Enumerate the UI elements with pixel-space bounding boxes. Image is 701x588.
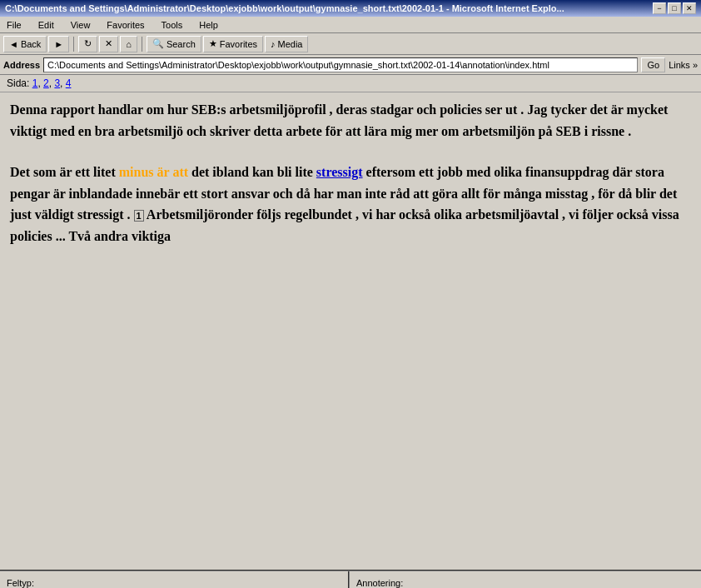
annotation-form-panel: Feltyp: INSERTION DELETION SUBSTITUTION … [0,571,350,588]
paragraph-2: Det som är ett litet minus är att det ib… [10,162,679,247]
paragraph-2-before: Det som är ett litet [10,165,119,179]
media-label: Media [278,39,303,49]
bottom-panel: Feltyp: INSERTION DELETION SUBSTITUTION … [0,570,701,588]
menu-edit[interactable]: Edit [35,19,57,31]
annotation-xml-panel: Annotering: <Root> <s ref="2982"> <annot… [350,571,701,588]
page-label: Sida: [7,77,29,89]
highlight-minus-att: minus är att [119,165,188,179]
toolbar-separator-1 [73,37,74,52]
menu-tools[interactable]: Tools [158,19,186,31]
close-button[interactable]: ✕ [683,2,696,14]
go-button[interactable]: Go [641,57,665,72]
maximize-button[interactable]: □ [668,2,681,14]
refresh-button[interactable]: ↻ [78,36,97,52]
menu-favorites[interactable]: Favorites [103,19,147,31]
window-title: C:\Documents and Settings\Administrator\… [5,3,564,13]
media-icon: ♪ [271,39,276,49]
page-links[interactable]: 1, 2, 3, 4 [32,77,72,89]
content-area: Denna rapport handlar om hur SEB:s arbet… [0,92,701,570]
back-arrow-icon: ◄ [9,39,18,49]
menu-file[interactable]: File [3,19,25,31]
forward-arrow-icon: ► [54,39,63,49]
home-button[interactable]: ⌂ [120,36,137,52]
search-button[interactable]: 🔍 Search [147,36,201,52]
media-button[interactable]: ♪ Media [265,36,308,52]
favorites-button[interactable]: ★ Favorites [203,36,263,52]
menu-help[interactable]: Help [196,19,221,31]
paragraph-1-text: Denna rapport handlar om hur SEB:s arbet… [10,102,668,138]
search-icon: 🔍 [152,38,164,49]
main-area: Sida: 1, 2, 3, 4 Denna rapport handlar o… [0,75,701,570]
refresh-icon: ↻ [84,38,92,49]
highlight-stressigt: stressigt [316,165,363,179]
menu-bar: File Edit View Favorites Tools Help [0,17,701,33]
footnote-ref[interactable]: 1 [134,210,144,222]
search-label: Search [167,39,196,49]
toolbar-separator-2 [142,37,142,52]
address-input[interactable] [43,57,638,72]
title-bar: C:\Documents and Settings\Administrator\… [0,0,701,17]
forward-button[interactable]: ► [48,36,69,52]
favorites-label: Favorites [220,39,257,49]
address-bar: Address Go Links » [0,55,701,75]
window-controls: − □ ✕ [653,2,696,14]
toolbar: ◄ Back ► ↻ ✕ ⌂ 🔍 Search ★ Favorites ♪ Me… [0,33,701,55]
menu-view[interactable]: View [67,19,94,31]
home-icon: ⌂ [126,39,132,49]
stop-icon: ✕ [105,38,112,49]
minimize-button[interactable]: − [653,2,666,14]
stop-button[interactable]: ✕ [99,36,118,52]
back-label: Back [21,39,41,49]
paragraph-1: Denna rapport handlar om hur SEB:s arbet… [10,99,679,142]
annotering-label: Annotering: [356,578,694,588]
address-label: Address [3,60,40,70]
feltyp-label: Feltyp: [7,578,341,588]
paragraph-2-between: det ibland kan bli lite [188,165,316,179]
back-button[interactable]: ◄ Back [3,36,47,52]
page-indicator: Sida: 1, 2, 3, 4 [0,75,701,92]
links-button[interactable]: Links » [669,60,698,70]
favorites-icon: ★ [209,38,217,49]
